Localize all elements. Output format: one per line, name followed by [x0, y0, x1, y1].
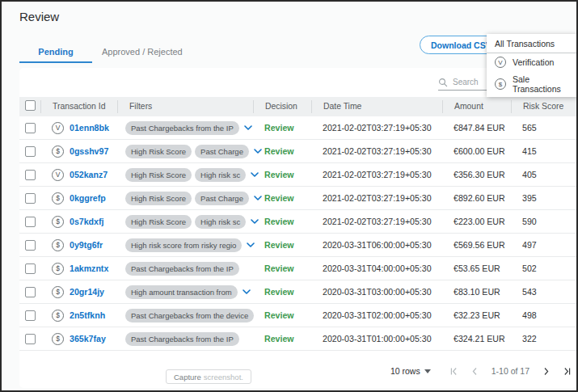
transactions-card: Transaction Id Filters Decision Date Tim… — [19, 68, 576, 388]
table-row: $ 0y9tg6fr High risk score from risky re… — [19, 234, 576, 257]
transaction-type-icon: V — [52, 122, 64, 134]
header-date-time: Date Time — [311, 100, 442, 113]
date-time-cell: 2020-03-31T03:00:00+05:30 — [311, 287, 442, 297]
review-decision-link[interactable]: Review — [264, 146, 294, 156]
review-decision-link[interactable]: Review — [264, 217, 294, 226]
tab-approved-rejected[interactable]: Approved / Rejected — [102, 47, 183, 57]
header-risk-score: Risk Score — [511, 100, 576, 113]
table-row: V 052kanz7 High Risk Score High risk sc … — [19, 163, 576, 187]
transaction-id-link[interactable]: 0s7kdxfj — [70, 217, 103, 226]
transaction-id-link[interactable]: 0kggrefp — [70, 193, 106, 203]
expand-filters-chevron-icon[interactable] — [244, 125, 252, 130]
transaction-type-selected[interactable]: All Transactions — [487, 34, 577, 53]
table-row: $ 0s7kdxfj High Risk Score High risk sc … — [19, 210, 576, 234]
transaction-id-link[interactable]: 365k7fay — [70, 334, 106, 344]
risk-score-cell: 415 — [511, 146, 576, 156]
sale-transaction-icon: $ — [495, 78, 506, 90]
row-checkbox[interactable] — [25, 240, 36, 251]
review-decision-link[interactable]: Review — [264, 123, 294, 133]
last-page-icon[interactable] — [563, 367, 572, 376]
filter-chip: High Risk Score — [125, 192, 192, 205]
date-time-cell: 2021-02-02T03:27:19+05:30 — [311, 146, 442, 156]
review-decision-link[interactable]: Review — [264, 263, 294, 273]
transaction-type-dropdown: All Transactions V Verification $ Sale T… — [487, 34, 577, 97]
select-all-checkbox[interactable] — [25, 100, 36, 111]
date-time-cell: 2020-03-31T06:00:00+05:30 — [311, 240, 442, 250]
risk-score-cell: 322 — [511, 334, 576, 344]
transaction-id-link[interactable]: 2n5tfknh — [70, 310, 105, 320]
risk-score-cell: 395 — [511, 193, 576, 203]
filter-chip: Past Chargebacks from the IP — [125, 121, 239, 135]
table-row: $ 365k7fay Past Chargebacks from the IP … — [19, 327, 576, 351]
filter-chip: High risk sc — [195, 168, 246, 182]
transaction-id-link[interactable]: 0y9tg6fr — [70, 240, 103, 250]
capture-sublabel: screenshot. — [204, 373, 243, 381]
caret-down-icon — [424, 369, 431, 373]
row-checkbox[interactable] — [25, 334, 36, 344]
amount-cell: €32.23 EUR — [442, 310, 511, 320]
dropdown-option-sale[interactable]: $ Sale Transactions — [487, 71, 577, 97]
table-row: V 01enn8bk Past Chargebacks from the IP … — [19, 116, 576, 140]
amount-cell: €324.21 EUR — [442, 334, 511, 344]
row-checkbox[interactable] — [25, 287, 36, 297]
filter-chip: High Risk Score — [125, 168, 192, 182]
transaction-id-link[interactable]: 20gr14jy — [70, 287, 104, 297]
review-decision-link[interactable]: Review — [264, 193, 294, 203]
verification-icon: V — [495, 57, 506, 68]
previous-page-icon[interactable] — [470, 367, 479, 376]
filter-chip: High risk score from risky regio — [125, 238, 242, 252]
transaction-type-icon: $ — [52, 216, 64, 228]
transaction-id-link[interactable]: 01enn8bk — [70, 123, 109, 133]
header-decision: Decision — [253, 100, 311, 113]
first-page-icon[interactable] — [449, 367, 458, 376]
filter-chip: Past Chargebacks from the IP — [125, 332, 239, 346]
dropdown-option-verification[interactable]: V Verification — [487, 53, 577, 71]
transaction-type-icon: $ — [52, 145, 64, 158]
rows-per-page-select[interactable]: 10 rows — [390, 366, 431, 376]
filter-chip: High risk sc — [195, 215, 246, 229]
review-decision-link[interactable]: Review — [264, 334, 294, 344]
risk-score-cell: 498 — [511, 310, 576, 320]
row-checkbox[interactable] — [25, 310, 36, 321]
date-time-cell: 2020-03-31T04:00:00+05:30 — [311, 263, 442, 273]
filter-chip: High Risk Score — [125, 145, 192, 158]
risk-score-cell: 497 — [511, 240, 576, 250]
pagination: 10 rows 1-10 of 17 — [390, 366, 572, 376]
transaction-id-link[interactable]: 052kanz7 — [70, 170, 108, 179]
row-checkbox[interactable] — [25, 146, 36, 157]
amount-cell: €83.10 EUR — [442, 287, 511, 297]
review-decision-link[interactable]: Review — [264, 240, 294, 250]
search-icon — [438, 78, 448, 87]
table-row: $ 1akmzntx Past Chargebacks from the IP … — [19, 257, 576, 280]
transaction-id-link[interactable]: 1akmzntx — [70, 263, 108, 273]
risk-score-cell: 590 — [511, 217, 576, 226]
transaction-id-link[interactable]: 0gsshv97 — [70, 146, 108, 156]
risk-score-cell: 565 — [511, 123, 576, 133]
row-checkbox[interactable] — [25, 217, 36, 227]
page-title: Review — [19, 10, 59, 23]
transaction-type-icon: $ — [52, 286, 64, 298]
row-checkbox[interactable] — [25, 263, 36, 274]
capture-label: Capture — [174, 373, 201, 381]
review-decision-link[interactable]: Review — [264, 170, 294, 179]
filter-chip: Past Chargebacks from the IP — [125, 262, 239, 276]
table-header-row: Transaction Id Filters Decision Date Tim… — [19, 97, 576, 116]
expand-filters-chevron-icon[interactable] — [243, 289, 251, 294]
rows-per-page-label: 10 rows — [390, 366, 420, 376]
next-page-icon[interactable] — [542, 367, 551, 376]
review-decision-link[interactable]: Review — [264, 310, 294, 320]
risk-score-cell: 502 — [511, 263, 576, 273]
review-decision-link[interactable]: Review — [264, 287, 294, 297]
active-tab-indicator — [19, 61, 92, 63]
row-checkbox[interactable] — [25, 170, 36, 180]
filter-chip: Past Chargebacks from the device — [125, 309, 254, 322]
tab-pending[interactable]: Pending — [19, 47, 92, 57]
header-transaction-id: Transaction Id — [40, 100, 117, 113]
capture-screenshot-button[interactable]: Capture screenshot. — [166, 369, 251, 384]
row-checkbox[interactable] — [25, 123, 36, 133]
row-checkbox[interactable] — [25, 193, 36, 204]
header-filters: Filters — [117, 100, 253, 113]
risk-score-cell: 543 — [511, 287, 576, 297]
header-amount: Amount — [442, 100, 511, 113]
date-time-cell: 2021-02-02T03:27:19+05:30 — [311, 217, 442, 226]
